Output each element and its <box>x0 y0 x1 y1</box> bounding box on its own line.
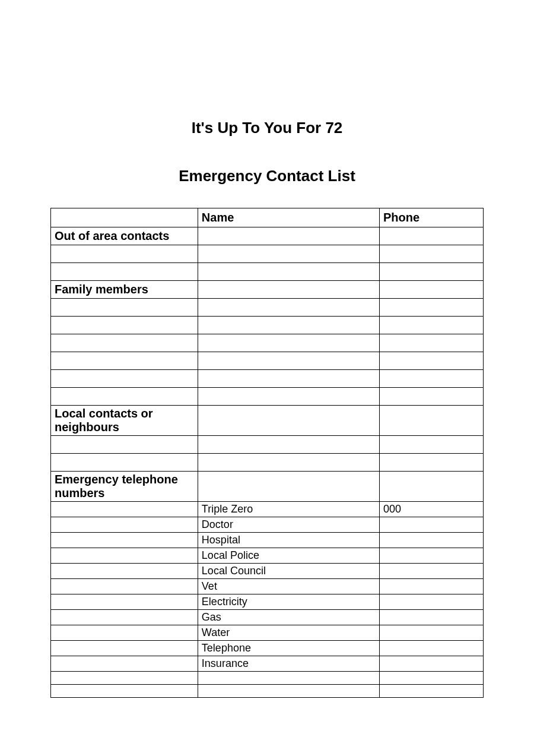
main-title: It's Up To You For 72 <box>50 119 484 137</box>
table-row: Electricity <box>51 594 484 610</box>
table-row <box>51 245 484 263</box>
section-row-out-of-area: Out of area contacts <box>51 227 484 245</box>
document-page: It's Up To You For 72 Emergency Contact … <box>0 0 534 698</box>
cell-name <box>198 227 379 245</box>
cell-name: Local Police <box>198 548 379 564</box>
cell-phone <box>380 579 484 594</box>
header-phone: Phone <box>380 208 484 227</box>
cell-name: Gas <box>198 610 379 625</box>
cell-phone <box>380 227 484 245</box>
table-row <box>51 685 484 698</box>
table-row <box>51 352 484 370</box>
table-row: Insurance <box>51 656 484 672</box>
table-row: Gas <box>51 610 484 625</box>
table-row <box>51 454 484 472</box>
cell-phone <box>380 625 484 641</box>
table-row: Doctor <box>51 517 484 533</box>
cell-name: Electricity <box>198 594 379 610</box>
section-label: Local contacts or neighbours <box>51 406 198 436</box>
header-category <box>51 208 198 227</box>
table-row <box>51 388 484 406</box>
table-row <box>51 299 484 317</box>
cell-phone: 000 <box>380 502 484 517</box>
table-row <box>51 334 484 352</box>
cell-phone <box>380 517 484 533</box>
table-row <box>51 436 484 454</box>
cell-phone <box>380 641 484 656</box>
section-row-local: Local contacts or neighbours <box>51 406 484 436</box>
cell-name: Water <box>198 625 379 641</box>
table-row <box>51 370 484 388</box>
cell-phone <box>380 533 484 548</box>
table-row: Telephone <box>51 641 484 656</box>
cell-name: Triple Zero <box>198 502 379 517</box>
cell-name <box>198 281 379 299</box>
cell-phone <box>380 594 484 610</box>
cell-phone <box>380 548 484 564</box>
header-name: Name <box>198 208 379 227</box>
cell-name <box>198 472 379 502</box>
table-row: Local Council <box>51 564 484 579</box>
table-header-row: Name Phone <box>51 208 484 227</box>
cell-name: Telephone <box>198 641 379 656</box>
cell-phone <box>380 610 484 625</box>
cell-name: Insurance <box>198 656 379 672</box>
cell-phone <box>380 281 484 299</box>
table-row: Vet <box>51 579 484 594</box>
table-row: Hospital <box>51 533 484 548</box>
sub-title: Emergency Contact List <box>50 167 484 185</box>
section-label: Family members <box>51 281 198 299</box>
cell-phone <box>380 406 484 436</box>
table-row: Triple Zero000 <box>51 502 484 517</box>
cell-phone <box>380 564 484 579</box>
section-label: Emergency telephone numbers <box>51 472 198 502</box>
cell-name <box>198 406 379 436</box>
cell-name: Local Council <box>198 564 379 579</box>
cell-name: Hospital <box>198 533 379 548</box>
table-row: Local Police <box>51 548 484 564</box>
contact-table: Name Phone Out of area contacts Family m… <box>50 208 484 698</box>
table-row <box>51 672 484 685</box>
cell-name: Vet <box>198 579 379 594</box>
table-row <box>51 317 484 334</box>
section-row-emergency: Emergency telephone numbers <box>51 472 484 502</box>
section-label: Out of area contacts <box>51 227 198 245</box>
section-row-family: Family members <box>51 281 484 299</box>
cell-name: Doctor <box>198 517 379 533</box>
cell-phone <box>380 472 484 502</box>
table-row: Water <box>51 625 484 641</box>
table-row <box>51 263 484 281</box>
cell-phone <box>380 656 484 672</box>
